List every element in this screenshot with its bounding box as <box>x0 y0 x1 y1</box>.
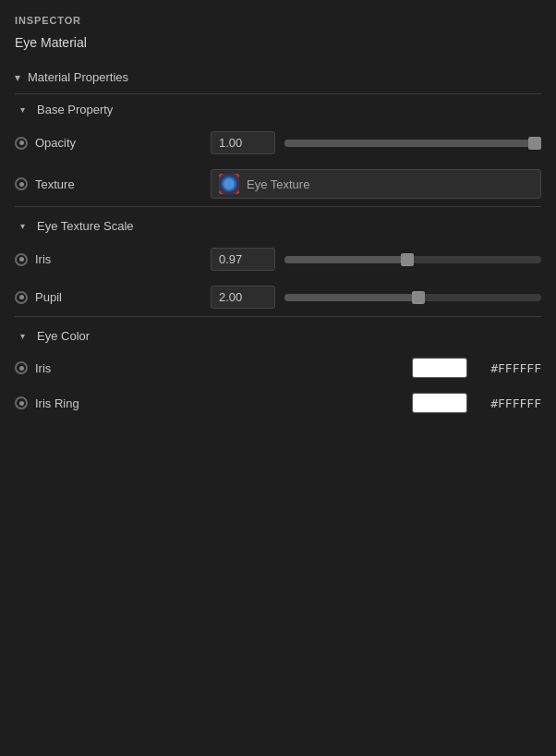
pupil-scale-slider[interactable] <box>284 290 541 305</box>
opacity-label-group: Opacity <box>15 136 199 150</box>
iris-scale-radio[interactable] <box>15 253 28 266</box>
texture-field[interactable]: Eye Texture <box>211 169 541 199</box>
opacity-label: Opacity <box>35 136 76 150</box>
base-property-section: ▾ Base Property Opacity 1.00 <box>0 94 556 207</box>
iris-color-label-group: Iris <box>15 361 199 375</box>
iris-ring-color-radio[interactable] <box>15 396 28 409</box>
pupil-scale-radio[interactable] <box>15 291 28 304</box>
material-properties-label: Material Properties <box>28 70 128 84</box>
base-property-chevron: ▾ <box>15 102 30 116</box>
texture-label-group: Texture <box>15 177 199 191</box>
pupil-scale-slider-fill <box>284 294 418 301</box>
iris-scale-slider-fill <box>284 256 407 263</box>
eye-texture-scale-section: ▾ Eye Texture Scale Iris 0.97 <box>0 211 556 317</box>
iris-ring-color-swatch[interactable] <box>412 393 467 413</box>
pupil-scale-input[interactable]: 2.00 <box>211 286 275 309</box>
material-properties-chevron: ▾ <box>15 71 20 84</box>
iris-scale-label-group: Iris <box>15 252 199 266</box>
pupil-scale-slider-thumb[interactable] <box>412 291 425 304</box>
iris-color-hex: #FFFFFF <box>477 361 541 375</box>
opacity-row: Opacity 1.00 <box>0 124 556 162</box>
eye-color-header[interactable]: ▾ Eye Color <box>0 321 556 350</box>
iris-scale-value-group: 0.97 <box>211 248 541 271</box>
eye-texture-icon <box>219 174 239 194</box>
texture-label: Texture <box>35 177 75 191</box>
iris-scale-label: Iris <box>35 252 51 266</box>
opacity-input[interactable]: 1.00 <box>211 131 275 154</box>
texture-row: Texture Eye Texture <box>0 162 556 206</box>
eye-texture-scale-divider <box>15 316 541 317</box>
iris-ring-color-value-group: #FFFFFF <box>211 393 541 413</box>
texture-value-group: Eye Texture <box>211 169 541 199</box>
panel-title: INSPECTOR <box>0 15 556 35</box>
material-properties-section: ▾ Material Properties ▾ Base Property Op… <box>0 61 556 421</box>
iris-ring-color-label: Iris Ring <box>35 396 79 410</box>
opacity-slider-track <box>284 140 541 147</box>
iris-color-row: Iris #FFFFFF <box>0 350 556 385</box>
pupil-scale-slider-track <box>284 294 541 301</box>
iris-color-label: Iris <box>35 361 51 375</box>
base-property-divider <box>15 206 541 207</box>
pupil-scale-value-group: 2.00 <box>211 286 541 309</box>
iris-color-radio[interactable] <box>15 361 28 374</box>
opacity-value-group: 1.00 <box>211 131 541 154</box>
opacity-slider-fill <box>284 140 541 147</box>
iris-scale-slider-thumb[interactable] <box>401 253 414 266</box>
texture-radio[interactable] <box>15 177 28 190</box>
iris-scale-row: Iris 0.97 <box>0 240 556 278</box>
iris-color-swatch[interactable] <box>412 358 467 378</box>
iris-color-value-group: #FFFFFF <box>211 358 541 378</box>
iris-ring-color-row: Iris Ring #FFFFFF <box>0 385 556 421</box>
eye-texture-scale-label: Eye Texture Scale <box>37 219 134 233</box>
eye-color-chevron: ▾ <box>15 328 30 343</box>
iris-scale-slider[interactable] <box>284 252 541 267</box>
texture-preview <box>219 174 239 194</box>
opacity-slider[interactable] <box>284 136 541 151</box>
iris-scale-slider-track <box>284 256 541 263</box>
iris-ring-color-hex: #FFFFFF <box>477 396 541 410</box>
texture-name: Eye Texture <box>247 177 309 191</box>
base-property-label: Base Property <box>37 103 113 116</box>
eye-color-section: ▾ Eye Color Iris #FFFFFF Iris Ring <box>0 321 556 421</box>
pupil-scale-label: Pupil <box>35 290 62 304</box>
iris-scale-input[interactable]: 0.97 <box>211 248 275 271</box>
iris-ring-color-label-group: Iris Ring <box>15 396 199 410</box>
material-properties-header[interactable]: ▾ Material Properties <box>0 61 556 93</box>
pupil-scale-row: Pupil 2.00 <box>0 278 556 316</box>
opacity-radio[interactable] <box>15 137 28 150</box>
component-name: Eye Material <box>0 35 556 61</box>
opacity-slider-thumb[interactable] <box>528 137 541 150</box>
eye-texture-scale-chevron: ▾ <box>15 218 30 233</box>
eye-color-label: Eye Color <box>37 329 90 343</box>
pupil-scale-label-group: Pupil <box>15 290 199 304</box>
base-property-header[interactable]: ▾ Base Property <box>0 94 556 124</box>
inspector-panel: INSPECTOR Eye Material ▾ Material Proper… <box>0 0 556 756</box>
eye-texture-scale-header[interactable]: ▾ Eye Texture Scale <box>0 211 556 240</box>
